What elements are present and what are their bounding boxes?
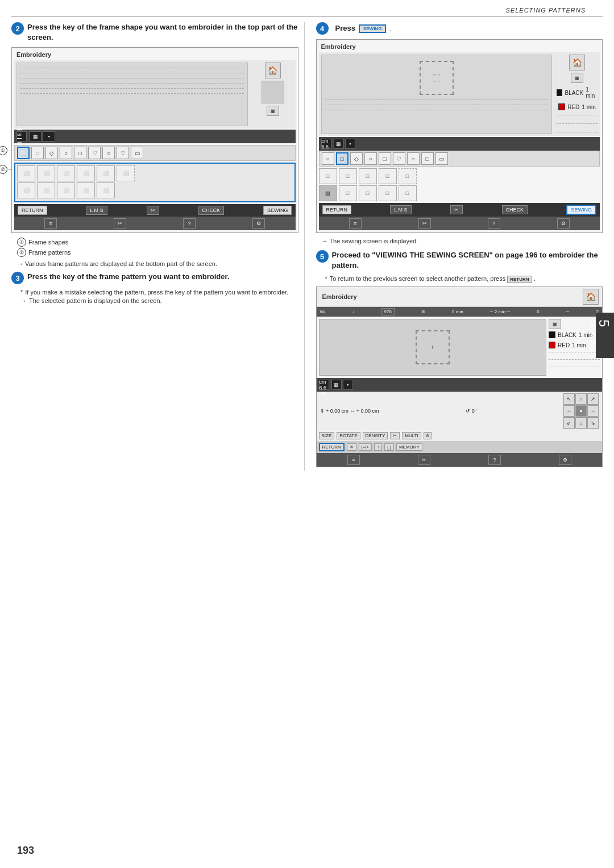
step4-home-icon[interactable]: 🏠: [569, 55, 585, 70]
s4-shape-6[interactable]: ○: [407, 152, 420, 165]
s5-menu-icon[interactable]: ≡: [347, 455, 360, 465]
shape-row-wrapper: ⬜ □ ◇ ○ □ ♡ ○ ♡ ▭ ① ─: [14, 145, 296, 161]
shape-square[interactable]: □: [31, 147, 44, 159]
s4-sewing-button[interactable]: SEWING: [566, 205, 596, 215]
pattern-btn-9[interactable]: ⬜: [57, 182, 75, 198]
dir-bottom-left[interactable]: ↙: [563, 417, 575, 429]
check-button[interactable]: CHECK: [198, 206, 225, 215]
step5-grid-icon[interactable]: ▦: [549, 319, 561, 329]
pattern-btn-4[interactable]: ⬜: [77, 165, 95, 181]
number-btn[interactable]: 8: [424, 432, 432, 439]
step5-frame-btn[interactable]: [ ]: [384, 443, 394, 451]
dir-center[interactable]: ●: [575, 405, 587, 417]
density-btn[interactable]: DENSITY: [363, 432, 388, 439]
s4-p5[interactable]: □: [399, 168, 417, 184]
dir-top-right[interactable]: ↗: [587, 393, 599, 405]
s4-settings-icon[interactable]: ⚙: [557, 218, 570, 229]
s4-p2[interactable]: □: [339, 168, 357, 184]
step4-grid-btn[interactable]: ▦: [334, 139, 344, 149]
help-icon[interactable]: ?: [183, 218, 196, 229]
lms-button[interactable]: L M S: [86, 206, 107, 215]
pattern-btn-5[interactable]: ⬜: [97, 165, 115, 181]
step3-note1: * If you make a mistake selecting the pa…: [20, 289, 298, 296]
s4-shape-5[interactable]: ♡: [393, 152, 405, 165]
multi-btn[interactable]: MULTI: [402, 432, 421, 439]
s4-p9[interactable]: □: [379, 185, 397, 201]
shape-heart1[interactable]: ♡: [88, 147, 101, 159]
step5-memory-btn[interactable]: MEMORY: [396, 443, 422, 451]
step5-grid-btn[interactable]: ▦: [331, 380, 342, 390]
shape-heart2[interactable]: ♡: [117, 147, 129, 159]
s4-p4[interactable]: □: [379, 168, 397, 184]
s4-machine-icon[interactable]: ✂: [418, 218, 431, 229]
settings-icon[interactable]: ⚙: [252, 218, 265, 229]
s4-p7[interactable]: □: [339, 185, 357, 201]
step4-grid-icon[interactable]: ▦: [571, 73, 583, 83]
s4-shape-2[interactable]: ◇: [350, 152, 363, 165]
grid-icon[interactable]: ▦: [267, 106, 279, 116]
dir-down[interactable]: ↓: [575, 417, 587, 429]
scissors-icon-btn[interactable]: ✂: [147, 206, 159, 215]
s5-machine-icon[interactable]: ✂: [418, 455, 430, 465]
s4-shape-1[interactable]: □: [336, 152, 349, 165]
shape-diamond[interactable]: ◇: [45, 147, 58, 159]
s4-scissors-btn[interactable]: ✂: [450, 205, 463, 214]
step5-cross-btn[interactable]: ✕: [347, 443, 356, 451]
step5-size-icon: 6.6 cm 6.6 cm: [319, 380, 329, 390]
s4-help-icon[interactable]: ?: [488, 218, 500, 229]
pattern-btn-10[interactable]: ⬜: [77, 182, 95, 198]
step3-note2: → The selected pattern is displayed on t…: [20, 297, 298, 304]
s4-p10[interactable]: □: [399, 185, 417, 201]
shape-rect2[interactable]: □: [74, 147, 86, 159]
shape-rect3[interactable]: ▭: [131, 147, 143, 159]
rotate-btn[interactable]: ROTATE: [337, 432, 360, 439]
s5-settings-icon[interactable]: ⚙: [559, 455, 571, 465]
step5-return-key[interactable]: RETURN: [507, 276, 532, 283]
menu-icon[interactable]: ≡: [44, 218, 57, 229]
scissors-ctrl-btn[interactable]: ✂: [390, 432, 400, 439]
single-btn[interactable]: ▪: [43, 131, 55, 142]
pattern-btn-11[interactable]: ⬜: [97, 182, 115, 198]
s4-p6[interactable]: ▧: [319, 185, 337, 201]
s5-help-icon[interactable]: ?: [488, 455, 501, 465]
pattern-btn-6[interactable]: ⬜: [117, 165, 135, 181]
s4-shape-4[interactable]: □: [379, 152, 391, 165]
s4-shape-0[interactable]: ○: [322, 152, 334, 165]
dir-top-left[interactable]: ↖: [563, 393, 575, 405]
shape-circle[interactable]: ○: [102, 147, 115, 159]
return-button[interactable]: RETURN: [18, 206, 47, 215]
step5-home-icon[interactable]: 🏠: [583, 289, 599, 305]
s4-p1[interactable]: □: [319, 168, 337, 184]
s4-p8[interactable]: □: [359, 185, 377, 201]
s4-p3[interactable]: □: [359, 168, 377, 184]
dir-up[interactable]: ↑: [575, 393, 587, 405]
shape-rect-rounded[interactable]: ⬜: [17, 147, 30, 159]
step5-return-btn[interactable]: RETURN: [319, 443, 345, 451]
pattern-btn-3[interactable]: ⬜: [57, 165, 75, 181]
pattern-btn-1[interactable]: ⬜: [17, 165, 35, 181]
step5-up-btn[interactable]: ↑: [374, 443, 382, 451]
shape-oval[interactable]: ○: [60, 147, 72, 159]
s4-shape-8[interactable]: ▭: [435, 152, 448, 165]
step5-minus-btn[interactable]: |–/+: [359, 443, 372, 451]
s4-lms-button[interactable]: L M S: [390, 205, 411, 214]
pattern-btn-7[interactable]: ⬜: [17, 182, 35, 198]
s4-return-button[interactable]: RETURN: [322, 205, 352, 214]
sewing-machine-icon[interactable]: ✂: [114, 218, 126, 229]
size-btn[interactable]: SIZE: [319, 432, 335, 439]
s4-shape-7[interactable]: □: [421, 152, 434, 165]
dir-left[interactable]: ←: [563, 405, 575, 417]
step4-sewing-btn[interactable]: SEWING: [359, 24, 386, 33]
s4-menu-icon[interactable]: ≡: [349, 218, 362, 229]
step5-single-btn[interactable]: ▪: [343, 380, 353, 390]
dir-right[interactable]: →: [587, 405, 599, 417]
step4-single-btn[interactable]: ▪: [345, 139, 355, 149]
s4-check-button[interactable]: CHECK: [502, 205, 528, 214]
pattern-btn-8[interactable]: ⬜: [37, 182, 55, 198]
grid-btn[interactable]: ▦: [29, 131, 42, 142]
dir-bottom-right[interactable]: ↘: [587, 417, 599, 429]
home-icon[interactable]: 🏠: [265, 63, 281, 78]
sewing-button[interactable]: SEWING: [263, 206, 292, 215]
s4-shape-3[interactable]: ○: [364, 152, 377, 165]
pattern-btn-2[interactable]: ⬜: [37, 165, 55, 181]
